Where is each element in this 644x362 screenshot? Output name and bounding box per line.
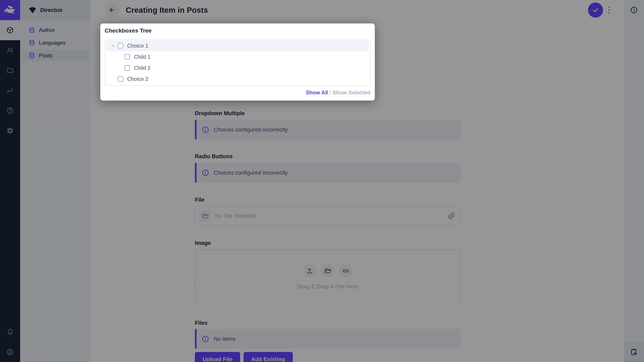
- chevron-down-icon[interactable]: [110, 43, 118, 48]
- checkbox-child-1[interactable]: [124, 54, 130, 60]
- tree-label: Child 2: [134, 65, 150, 71]
- tree-row-choice-2[interactable]: Choice 2: [106, 73, 369, 84]
- tree-row-child-1[interactable]: Child 1: [106, 51, 369, 62]
- tree-label: Choice 2: [127, 76, 148, 82]
- directus-app: Directus Author Languages: [0, 0, 644, 362]
- checkbox-choice-1[interactable]: [118, 43, 124, 49]
- tree-row-child-2[interactable]: Child 2: [106, 62, 369, 73]
- checkbox-child-2[interactable]: [124, 65, 130, 71]
- tree-row-choice-1[interactable]: Choice 1: [106, 40, 369, 51]
- show-selected-link[interactable]: Show Selected: [332, 89, 370, 95]
- tree-footer: Show All / Show Selected: [105, 89, 370, 96]
- tree-label: Choice 1: [127, 43, 148, 49]
- show-all-link[interactable]: Show All: [306, 89, 328, 95]
- checkbox-choice-2[interactable]: [118, 76, 124, 82]
- checkbox-tree: Choice 1 Child 1 Child 2 Choice 2: [105, 39, 370, 86]
- footer-separator: /: [330, 89, 332, 95]
- tree-label: Child 1: [134, 54, 150, 60]
- popup-title: Checkboxes Tree: [105, 23, 370, 34]
- checkboxes-tree-popup: Checkboxes Tree Choice 1 Child 1 Child 2: [100, 23, 375, 100]
